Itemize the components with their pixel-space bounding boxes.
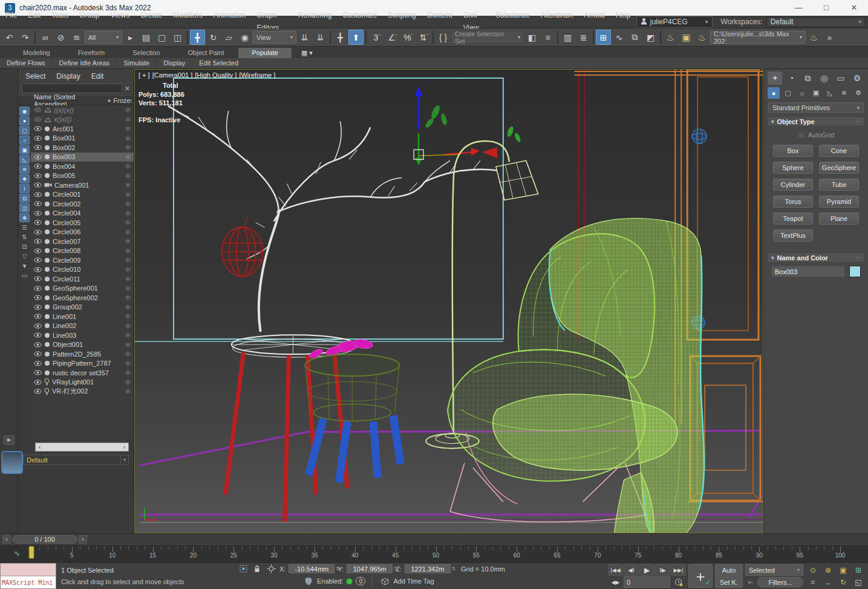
snow-icon[interactable] <box>125 107 134 113</box>
maximize-viewport-button[interactable]: ◱ <box>851 576 866 588</box>
explorer-row[interactable]: Circle006 <box>31 228 134 237</box>
set-key-button[interactable]: Set K. <box>715 576 743 588</box>
populate-simulate[interactable]: Simulate <box>117 58 157 68</box>
eye-icon[interactable] <box>34 304 42 310</box>
explorer-column-header[interactable]: Name (Sorted Ascending) ▲ Frozen <box>18 95 134 105</box>
key-filter-curve-icon[interactable]: ⟜ <box>745 576 756 588</box>
snow-icon[interactable] <box>125 201 134 206</box>
toolbar-overflow-button[interactable]: » <box>822 30 837 45</box>
toolbar-button[interactable] <box>34 31 36 44</box>
eye-icon[interactable] <box>34 370 42 375</box>
explorer-row[interactable]: VRayLight001 <box>31 378 134 387</box>
render-production-button[interactable]: ♨ <box>694 30 710 45</box>
set-keys-button[interactable]: ＋ ✓ <box>688 564 713 588</box>
snow-icon[interactable] <box>125 239 134 244</box>
explorer-row[interactable]: GeoSphere002 <box>31 293 134 303</box>
viewport-shading-menu[interactable]: [Wireframe ] <box>239 71 275 79</box>
snow-icon[interactable] <box>125 126 134 131</box>
geosphere-button[interactable]: GeoSphere <box>819 162 859 174</box>
snow-icon[interactable] <box>125 323 134 329</box>
explorer-row[interactable]: Line001 <box>31 312 134 321</box>
object-color-swatch[interactable] <box>849 266 861 277</box>
snow-icon[interactable] <box>125 257 134 263</box>
explorer-menu-select[interactable]: Select <box>25 72 45 81</box>
ribbon-tab-object-paint[interactable]: Object Paint <box>175 48 238 58</box>
explorer-row[interactable]: Circle009 <box>31 255 134 265</box>
explorer-row[interactable]: GeoSphere001 <box>31 284 134 294</box>
key-mode-clock-icon[interactable] <box>671 576 686 588</box>
modify-tab[interactable]: ◔ <box>784 71 798 85</box>
frame-step-spinner[interactable]: ◀▶ <box>608 576 623 588</box>
eye-icon[interactable] <box>34 361 42 366</box>
eye-icon[interactable] <box>34 389 42 394</box>
teapot-button[interactable]: Teapot <box>773 212 813 225</box>
snow-icon[interactable] <box>125 351 134 357</box>
snow-icon[interactable] <box>125 286 134 291</box>
snow-icon[interactable] <box>125 361 134 366</box>
explorer-row[interactable]: Box004 <box>31 162 134 171</box>
key-filters-button[interactable]: Filters... <box>757 577 803 587</box>
scene-explorer-toggle[interactable]: ▥ <box>560 30 575 45</box>
systems-category[interactable]: ⚙ <box>852 87 864 99</box>
eye-icon[interactable] <box>34 192 42 197</box>
scroll-left-icon[interactable]: ‹ <box>36 444 44 450</box>
snow-icon[interactable] <box>125 211 134 216</box>
eye-icon[interactable] <box>34 136 42 141</box>
x-coordinate-field[interactable]: -10.544mm⇅ <box>289 564 334 573</box>
eye-icon[interactable] <box>34 211 42 216</box>
primitive-category-dropdown[interactable]: Standard Primitives ▾ <box>768 102 864 113</box>
toolbar-button[interactable] <box>557 31 558 44</box>
explorer-row[interactable]: x()x(() <box>31 115 134 125</box>
toolbar-button[interactable] <box>187 31 188 44</box>
current-frame-field[interactable]: 0 <box>624 576 670 588</box>
explorer-row[interactable]: Circle004 <box>31 209 134 219</box>
mini-curve-editor-button[interactable]: ∿ <box>8 548 25 559</box>
eye-icon[interactable] <box>34 342 42 347</box>
toolbar-button[interactable] <box>365 31 367 44</box>
spacewarps-category[interactable]: ≋ <box>838 87 850 99</box>
explorer-row[interactable]: Arc001 <box>31 124 134 134</box>
snow-icon[interactable] <box>125 276 134 281</box>
mirror-button[interactable]: ◧ <box>524 30 540 45</box>
edit-named-selections-button[interactable]: { } <box>436 30 451 45</box>
pan-button[interactable]: ↔ <box>821 576 835 588</box>
toolbar-button[interactable] <box>593 31 594 44</box>
explorer-row[interactable]: Object001 <box>31 340 134 350</box>
ribbon-tab-populate[interactable]: Populate <box>238 48 291 58</box>
filter-frozen[interactable]: ✻ <box>19 213 30 222</box>
enabled-indicator[interactable] <box>346 578 353 585</box>
snow-icon[interactable] <box>125 304 134 310</box>
timeline-ruler[interactable]: ∿ 51015202530354045505560657075808590951… <box>0 544 868 562</box>
project-folder-dropdown[interactable]: C:\Users\julie...s\3ds Max 202: <box>710 31 806 44</box>
view-list-mode[interactable]: ☰ <box>19 223 30 232</box>
snow-icon[interactable] <box>125 370 134 375</box>
curve-editor-button[interactable]: ∿ <box>612 30 627 45</box>
explorer-row[interactable]: Box003 <box>31 153 134 162</box>
minimized-panel-thumbnail[interactable] <box>1 451 23 474</box>
viewport-plus-menu[interactable]: [ + ] <box>139 71 150 79</box>
autogrid-checkbox[interactable] <box>798 132 804 139</box>
explorer-row[interactable]: Camera001 <box>31 180 134 190</box>
explorer-row[interactable]: Box001 <box>31 134 134 143</box>
dock-expander-button[interactable]: ▶ <box>4 435 15 445</box>
percent-snap-button[interactable]: % <box>400 30 415 45</box>
selection-filter-dropdown[interactable]: All <box>85 31 122 44</box>
clear-search-icon[interactable]: ✕ <box>125 85 130 93</box>
next-frame-button[interactable]: ‖▶ <box>655 564 670 576</box>
filter-particles[interactable]: ❖ <box>19 174 30 183</box>
explorer-row[interactable]: PipingPattern_2787 <box>31 359 134 369</box>
snow-icon[interactable] <box>125 314 134 319</box>
populate-edit-selected[interactable]: Edit Selected <box>192 58 246 68</box>
unlink-selection-button[interactable]: ⊘ <box>53 30 68 45</box>
schematic-view-button[interactable]: ⧉ <box>627 30 642 45</box>
snow-icon[interactable] <box>125 229 134 235</box>
material-editor-button[interactable]: ◩ <box>643 30 658 45</box>
keyboard-override-button[interactable]: ⬆ <box>348 30 364 45</box>
snow-icon[interactable] <box>125 220 134 225</box>
display-tab[interactable]: ▭ <box>834 71 848 85</box>
snow-icon[interactable] <box>125 145 134 150</box>
utilities-tab[interactable]: ⚙ <box>850 71 864 85</box>
populate-display[interactable]: Display <box>157 58 192 68</box>
tube-button[interactable]: Tube <box>819 179 859 191</box>
viewport-label[interactable]: [ + ] [Camera001 ] [High Quality ] [Wire… <box>139 71 275 79</box>
